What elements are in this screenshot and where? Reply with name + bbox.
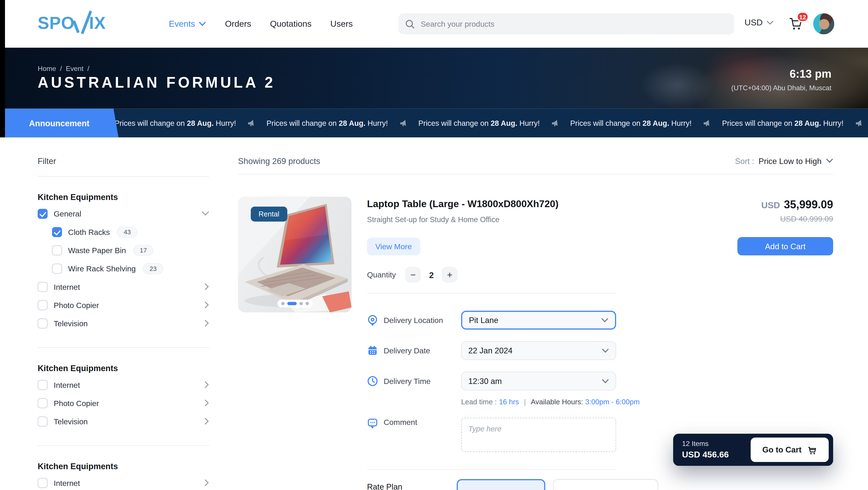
breadcrumb-link-event[interactable]: Event [66, 65, 84, 73]
filter-item-wire-rack-shelving[interactable]: Wire Rack Shelving23 [52, 262, 209, 275]
brand-logo[interactable]: SPOIX [38, 12, 106, 34]
cart-icon [806, 444, 817, 455]
floating-cart-summary: 12 Items USD 456.66 Go to Cart [673, 434, 833, 466]
breadcrumb-separator: / [87, 65, 89, 73]
filter-item-label: Internet [54, 282, 80, 291]
count-badge: 43 [117, 226, 137, 237]
price-currency: USD [761, 200, 780, 210]
carousel-dot[interactable] [305, 302, 308, 305]
checkbox-unchecked[interactable] [52, 245, 62, 255]
event-hero-banner: Home/Event/ AUSTRALIAN FORMULA 2 6:13 pm… [0, 48, 868, 109]
checkbox-unchecked[interactable] [38, 318, 48, 328]
nav-item-label: Users [330, 19, 353, 29]
chevron-right-icon[interactable] [204, 399, 209, 406]
carousel-dot-active[interactable] [287, 302, 296, 305]
filter-item-waste-paper-bin[interactable]: Waste Paper Bin17 [52, 244, 209, 257]
chevron-right-icon[interactable] [204, 319, 209, 327]
checkbox-unchecked[interactable] [38, 398, 48, 408]
delivery-date-select[interactable]: 22 Jan 2024 [461, 341, 616, 360]
cart-button[interactable]: 12 [788, 16, 805, 33]
nav-item-events[interactable]: Events [169, 19, 206, 29]
user-avatar[interactable] [813, 13, 834, 34]
megaphone-icon [703, 119, 711, 127]
screen: SPOIX EventsOrdersQuotationsUsers USD 12… [0, 0, 868, 490]
carousel-dot[interactable] [281, 302, 284, 305]
quantity-decrease-button[interactable]: − [405, 267, 421, 283]
filter-item-label: Wire Rack Shelving [68, 264, 136, 273]
rate-plan-option-selected[interactable] [457, 479, 545, 490]
breadcrumb-link-home[interactable]: Home [38, 65, 56, 73]
product-image[interactable]: Rental [238, 197, 351, 313]
filter-item-television[interactable]: Television [38, 317, 209, 330]
chevron-right-icon[interactable] [204, 283, 209, 290]
add-to-cart-button[interactable]: Add to Cart [737, 237, 833, 255]
carousel-dot[interactable] [299, 302, 302, 305]
announcement-message: Prices will change on 28 Aug. Hurry! [115, 119, 267, 127]
chevron-down-icon [602, 378, 609, 383]
checkbox-checked[interactable] [52, 227, 62, 237]
checkbox-unchecked[interactable] [38, 282, 48, 292]
checkbox-unchecked[interactable] [38, 380, 48, 390]
delivery-location-select[interactable]: Pit Lane [461, 311, 616, 330]
filter-item-photo-copier[interactable]: Photo Copier [38, 397, 209, 409]
quantity-label: Quantity [367, 270, 396, 279]
breadcrumb: Home/Event/ [38, 65, 89, 73]
delivery-time-select[interactable]: 12:30 am [461, 372, 616, 391]
checkbox-unchecked[interactable] [52, 263, 62, 273]
event-local-time: 6:13 pm [731, 68, 831, 81]
chevron-right-icon[interactable] [204, 417, 209, 425]
chevron-right-icon[interactable] [204, 479, 209, 486]
nav-item-users[interactable]: Users [330, 19, 353, 29]
delivery-date-label: Delivery Date [384, 346, 430, 355]
chevron-right-icon[interactable] [204, 381, 209, 388]
checkbox-checked[interactable] [38, 208, 48, 219]
currency-selector[interactable]: USD [745, 18, 773, 28]
megaphone-icon [855, 119, 863, 127]
filter-item-general[interactable]: General [38, 207, 209, 220]
filter-item-internet[interactable]: Internet [38, 476, 209, 489]
comment-textarea[interactable]: Type here [461, 417, 616, 452]
view-more-button[interactable]: View More [367, 237, 420, 255]
filter-item-label: Photo Copier [54, 399, 99, 407]
quantity-value: 2 [429, 270, 434, 279]
lead-time-info: Lead time : 16 hrs | Available Hours: 3:… [461, 398, 616, 406]
nav-item-orders[interactable]: Orders [225, 19, 251, 29]
comment-placeholder: Type here [468, 425, 501, 433]
nav-item-quotations[interactable]: Quotations [270, 19, 312, 29]
filter-item-television[interactable]: Television [38, 415, 209, 428]
checkbox-unchecked[interactable] [38, 300, 48, 310]
checkbox-unchecked[interactable] [38, 478, 48, 488]
filter-item-label: Internet [54, 478, 80, 487]
logo-text-left: SPO [38, 12, 75, 34]
window-edge [0, 0, 5, 137]
go-to-cart-button[interactable]: Go to Cart [751, 437, 829, 462]
price-amount: 35,999.09 [784, 198, 833, 210]
event-title: AUSTRALIAN FORMULA 2 [38, 74, 276, 91]
rate-plan-option[interactable] [553, 479, 658, 490]
chevron-right-icon[interactable] [204, 301, 209, 309]
quantity-increase-button[interactable]: + [442, 267, 458, 283]
filter-item-label: Cloth Racks [68, 227, 110, 236]
announcement-message: Prices will change on 28 Aug. Hurry! [418, 119, 570, 127]
chevron-down-icon[interactable] [202, 211, 209, 216]
filter-item-label: Internet [54, 380, 80, 389]
divider [38, 445, 209, 446]
filter-item-cloth-racks[interactable]: Cloth Racks43 [52, 225, 209, 238]
current-price: USD35,999.09 [761, 198, 833, 211]
filter-item-internet[interactable]: Internet [38, 280, 209, 293]
search-bar[interactable] [399, 13, 734, 34]
image-carousel-dots [277, 299, 312, 307]
top-navigation-bar: SPOIX EventsOrdersQuotationsUsers USD 12 [0, 0, 868, 48]
nav-item-label: Quotations [270, 19, 312, 29]
count-badge: 17 [133, 244, 153, 256]
filter-item-photo-copier[interactable]: Photo Copier [38, 298, 209, 311]
filter-item-internet[interactable]: Internet [38, 378, 209, 391]
logo-text-right: IX [89, 12, 106, 34]
lead-time-label: Lead time : [461, 398, 497, 406]
search-input[interactable] [420, 19, 727, 29]
filter-groups: Kitchen EquipmentsGeneralCloth Racks43Wa… [38, 192, 209, 489]
sort-dropdown[interactable]: Sort : Price Low to High [735, 156, 833, 165]
checkbox-unchecked[interactable] [38, 416, 48, 426]
cart-items-count: 12 Items [682, 440, 729, 448]
old-price: USD 40,999.09 [761, 214, 833, 223]
